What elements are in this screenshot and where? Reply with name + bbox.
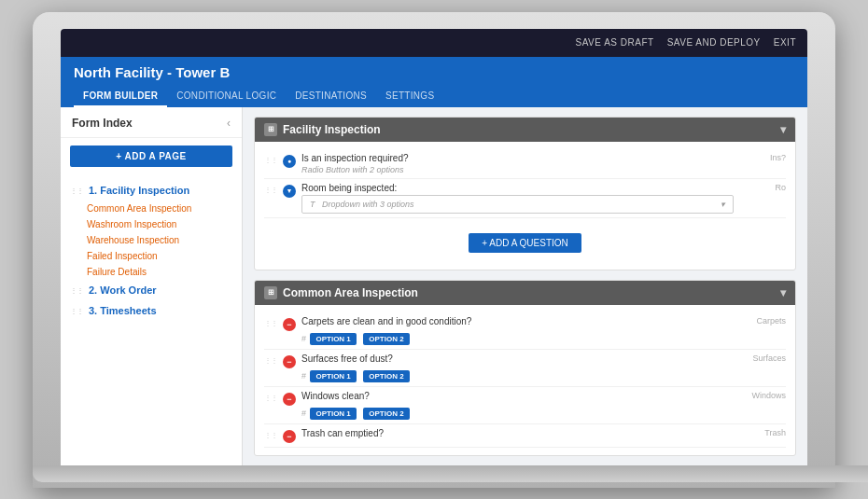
q-dropdown-icon: ▼ <box>283 185 296 198</box>
page-2-label: 2. Work Order <box>89 284 157 296</box>
nav-tabs: FORM BUILDER CONDITIONAL LOGIC DESTINATI… <box>74 86 794 107</box>
q-content-1: Is an inspection required? Radio Button … <box>301 153 734 174</box>
drag-handle-icon <box>70 185 83 195</box>
q-drag-surfaces <box>264 353 277 365</box>
section-header-left-common: ⊞ Common Area Inspection <box>264 286 418 299</box>
q-label-right-trash: Trash <box>739 428 786 437</box>
q-label-right-2: Ro <box>739 183 786 192</box>
sidebar-item-facility-inspection[interactable]: 1. Facility Inspection <box>61 180 242 201</box>
sub-failure-details[interactable]: Failure Details <box>87 264 242 280</box>
q-drag-handle-2 <box>264 183 277 194</box>
right-panel: ⊞ Facility Inspection ● Is an inspection… <box>243 107 807 465</box>
sub-failed[interactable]: Failed Inspection <box>87 248 242 264</box>
question-row-carpets: − Carpets are clean and in good conditio… <box>264 312 786 350</box>
question-row-trash: − Trash can emptied? Trash <box>264 424 786 448</box>
app-title: North Facility - Tower B <box>74 64 794 80</box>
q-remove-carpets[interactable]: − <box>283 318 296 331</box>
q-text-trash: Trash can emptied? <box>301 428 734 438</box>
sidebar-header: Form Index ‹ <box>61 107 242 138</box>
q-remove-surfaces[interactable]: − <box>283 355 296 368</box>
q-text-2: Room being inspected: <box>301 183 734 193</box>
section-header-left: ⊞ Facility Inspection <box>264 123 381 136</box>
q-label-right-1: Ins? <box>739 153 786 162</box>
sub-washroom[interactable]: Washroom Inspection <box>87 216 242 232</box>
q-content-surfaces: Surfaces free of dust? # OPTION 1 OPTION… <box>301 353 734 382</box>
q-hash-surfaces: # <box>301 371 306 381</box>
q-hash-carpets: # <box>301 334 306 343</box>
q-dropdown-mock[interactable]: T Dropdown with 3 options ▾ <box>301 195 734 214</box>
q-label-right-surfaces: Surfaces <box>739 353 786 363</box>
tab-settings[interactable]: SETTINGS <box>376 86 443 107</box>
exit-button[interactable]: EXIT <box>774 37 796 48</box>
section-common-area: ⊞ Common Area Inspection − Carpets are c… <box>254 280 796 456</box>
section-grid-icon-2: ⊞ <box>264 286 277 299</box>
save-deploy-button[interactable]: SAVE AND DEPLOY <box>667 37 761 48</box>
option-1-windows: OPTION 1 <box>310 408 356 420</box>
q-sub-1: Radio Button with 2 options <box>301 165 734 174</box>
option-2-windows: OPTION 2 <box>363 408 409 420</box>
question-row-windows: − Windows clean? # OPTION 1 OPTION 2 Win… <box>264 387 786 424</box>
section-expand-icon-2[interactable] <box>780 286 786 299</box>
q-radio-icon: ● <box>283 155 296 168</box>
section-body-facility: ● Is an inspection required? Radio Butto… <box>255 142 795 270</box>
question-row-room: ▼ Room being inspected: T Dropdown with … <box>264 179 786 218</box>
drag-handle-icon-3 <box>70 305 83 315</box>
section-grid-icon: ⊞ <box>264 123 277 136</box>
drag-handle-icon-2 <box>70 284 83 295</box>
page-3-label: 3. Timesheets <box>89 305 157 316</box>
q-hash-windows: # <box>301 409 306 418</box>
sidebar-title: Form Index <box>72 117 133 130</box>
sidebar-item-work-order[interactable]: 2. Work Order <box>61 280 242 300</box>
q-content-2: Room being inspected: T Dropdown with 3 … <box>301 183 734 214</box>
top-bar: SAVE AS DRAFT SAVE AND DEPLOY EXIT <box>61 29 807 57</box>
q-text-carpets: Carpets are clean and in good condition? <box>301 316 734 326</box>
add-page-button[interactable]: + ADD A PAGE <box>70 146 232 167</box>
q-label-right-windows: Windows <box>739 391 786 400</box>
q-text-surfaces: Surfaces free of dust? <box>301 353 734 364</box>
section-title-common: Common Area Inspection <box>283 286 418 299</box>
section-header-common: ⊞ Common Area Inspection <box>255 281 795 305</box>
q-content-trash: Trash can emptied? <box>301 428 734 440</box>
q-remove-trash[interactable]: − <box>283 430 296 443</box>
page-1-label: 1. Facility Inspection <box>89 185 189 196</box>
q-remove-windows[interactable]: − <box>283 393 296 406</box>
save-draft-button[interactable]: SAVE AS DRAFT <box>576 37 654 48</box>
option-2-surfaces: OPTION 2 <box>363 370 409 382</box>
tab-destinations[interactable]: DESTINATIONS <box>286 86 376 107</box>
q-text-windows: Windows clean? <box>301 391 734 401</box>
question-row-inspection-required: ● Is an inspection required? Radio Butto… <box>264 149 786 179</box>
q-content-carpets: Carpets are clean and in good condition?… <box>301 316 734 345</box>
tab-form-builder[interactable]: FORM BUILDER <box>74 86 167 107</box>
q-content-windows: Windows clean? # OPTION 1 OPTION 2 <box>301 391 734 420</box>
sidebar-pages: 1. Facility Inspection Common Area Inspe… <box>61 174 242 326</box>
sub-common-area[interactable]: Common Area Inspection <box>87 201 242 216</box>
sub-warehouse[interactable]: Warehouse Inspection <box>87 232 242 248</box>
main-content: Form Index ‹ + ADD A PAGE 1. Facility In… <box>61 107 807 465</box>
section-title-facility: Facility Inspection <box>283 123 381 136</box>
laptop-base <box>33 465 868 482</box>
section-header-facility: ⊞ Facility Inspection <box>255 118 795 142</box>
sidebar: Form Index ‹ + ADD A PAGE 1. Facility In… <box>61 107 243 465</box>
q-drag-windows <box>264 391 277 402</box>
q-drag-carpets <box>264 316 277 327</box>
option-1-surfaces: OPTION 1 <box>310 370 356 382</box>
sidebar-collapse-icon[interactable]: ‹ <box>227 117 231 130</box>
tab-conditional-logic[interactable]: CONDITIONAL LOGIC <box>167 86 286 107</box>
dropdown-arrow: ▾ <box>721 200 725 209</box>
q-drag-trash <box>264 428 277 439</box>
section-expand-icon[interactable] <box>780 123 786 136</box>
add-question-button-1[interactable]: + ADD A QUESTION <box>469 233 581 253</box>
app-header: North Facility - Tower B FORM BUILDER CO… <box>61 57 807 107</box>
option-2-carpets: OPTION 2 <box>363 333 409 345</box>
question-row-surfaces: − Surfaces free of dust? # OPTION 1 OPTI… <box>264 350 786 387</box>
q-drag-handle-1 <box>264 153 277 164</box>
sidebar-item-timesheets[interactable]: 3. Timesheets <box>61 300 242 321</box>
sidebar-sub-items-1: Common Area Inspection Washroom Inspecti… <box>61 201 242 280</box>
option-1-carpets: OPTION 1 <box>310 333 356 345</box>
section-body-common: − Carpets are clean and in good conditio… <box>255 305 795 455</box>
q-label-right-carpets: Carpets <box>739 316 786 326</box>
q-text-1: Is an inspection required? <box>301 153 734 163</box>
section-facility-inspection: ⊞ Facility Inspection ● Is an inspection… <box>254 117 796 270</box>
dropdown-placeholder: T Dropdown with 3 options <box>310 200 414 209</box>
